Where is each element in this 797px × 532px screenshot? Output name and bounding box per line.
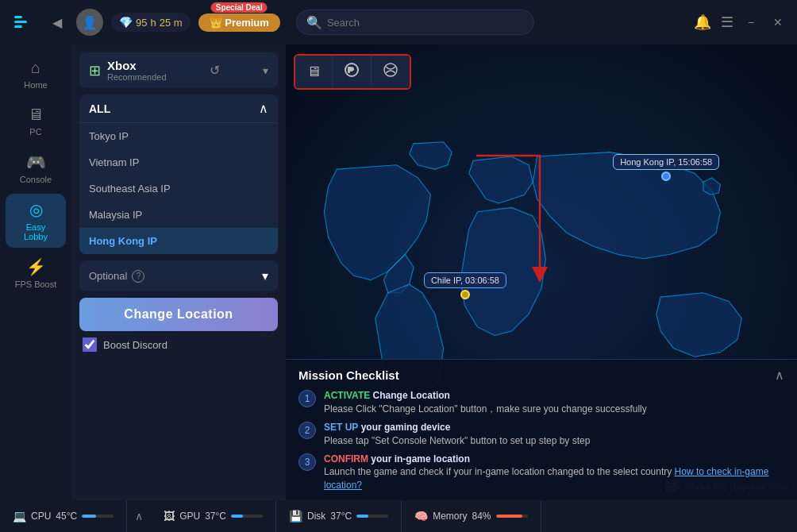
gem-icon: 💎 [119,16,133,29]
gems-display: 💎 95 h 25 m [111,13,191,32]
chile-pin: Chile IP, 03:06:58 [424,272,506,299]
server-name-vietnam: Vietnam IP [89,156,139,168]
server-name-hong-kong: Hong Kong IP [89,235,157,247]
mission-text-3: CONFIRM your in-game location Launch the… [324,453,784,492]
hong-kong-pin-label: Hong Kong IP, 15:06:58 [613,154,719,170]
gems-count: 95 [136,17,147,29]
easy-lobby-icon: ◎ [29,200,43,219]
gpu-label: GPU [179,511,200,522]
server-hong-kong[interactable]: Hong Kong IP [79,228,278,254]
disk-value: 37°C [330,511,352,522]
sidebar-item-label-fps-boost: FPS Boost [15,279,57,289]
notification-button[interactable]: 🔔 [694,13,711,31]
map-area: 🖥 [286,44,797,500]
xbox-platform-button[interactable] [372,56,410,88]
mission-panel: Mission Checklist ∧ 1 ACTIVATE Change Lo… [286,359,797,500]
monitor-icon: 🖥 [306,64,321,80]
server-tokyo[interactable]: Tokyo IP [79,123,278,149]
change-location-button[interactable]: Change Location [79,298,278,331]
avatar: 👤 [76,9,103,36]
mission-number-2: 2 [298,422,316,439]
sidebar-item-pc[interactable]: 🖥 PC [6,99,66,143]
pc-platform-button[interactable]: 🖥 [295,56,333,88]
playstation-platform-button[interactable] [333,56,372,88]
platform-chevron[interactable]: ▾ [263,64,268,77]
console-icon: 🎮 [26,152,46,172]
status-up-chevron[interactable]: ∧ [127,510,151,522]
mission-header: Mission Checklist ∧ [298,368,784,383]
home-icon: ⌂ [31,59,40,77]
sidebar-item-label-console: Console [20,175,52,184]
disk-fill [356,515,368,518]
optional-section: Optional ? ▾ [79,260,278,291]
server-malaysia[interactable]: Malaysia IP [79,202,278,228]
mission-text-1: ACTIVATE Change Location Please Click "C… [324,389,647,416]
mission-highlight-1: ACTIVATE [324,390,370,401]
close-button[interactable]: ✕ [768,14,787,30]
gpu-progress-bar [231,515,263,518]
mission-highlight-3: CONFIRM [324,453,368,465]
boost-discord-checkbox[interactable] [83,337,97,352]
sidebar-item-fps-boost[interactable]: ⚡ FPS Boost [6,251,66,295]
server-name-southeast-asia: Southeast Asia IP [89,183,171,195]
topbar: ◀ 👤 💎 95 h 25 m Special Deal 👑 Premium 🔍… [0,0,797,44]
server-southeast-asia[interactable]: Southeast Asia IP [79,175,278,202]
logo [10,8,38,37]
mission-item-2: 2 SET UP your gaming device Please tap "… [298,421,784,448]
optional-text: Optional [89,270,127,282]
server-list-chevron[interactable]: ∧ [259,101,268,116]
disk-status: 💾 Disk 37°C [276,500,402,532]
memory-icon: 🧠 [414,510,428,522]
statusbar: 💻 CPU 45°C ∧ 🖼 GPU 37°C 💾 Disk 37°C 🧠 Me… [0,500,797,532]
disk-icon: 💾 [289,510,302,522]
mission-action-1: Change Location [373,390,450,401]
search-input[interactable] [327,17,524,29]
mission-collapse-button[interactable]: ∧ [775,368,784,383]
all-label: ALL [89,102,110,115]
back-button[interactable]: ◀ [46,12,68,33]
mission-desc-3: Launch the game and check if your in-gam… [324,466,675,477]
sidebar-item-label-home: Home [24,80,47,90]
disk-label: Disk [307,511,325,522]
sidebar-item-console[interactable]: 🎮 Console [6,146,66,191]
server-name-malaysia: Malaysia IP [89,209,142,221]
disk-progress-bar [356,515,388,518]
minimize-button[interactable]: − [743,14,759,30]
gpu-value: 37°C [205,511,226,522]
mission-item-1: 1 ACTIVATE Change Location Please Click … [298,389,784,416]
crown-icon: 👑 [210,17,222,29]
mission-action-2: your gaming device [361,422,451,433]
platform-name: Xbox [107,59,167,72]
cpu-status: 💻 CPU 45°C [0,500,127,532]
menu-button[interactable]: ☰ [721,13,733,31]
server-name-tokyo: Tokyo IP [89,130,129,142]
refresh-button[interactable]: ↺ [210,63,220,78]
svg-rect-2 [14,25,22,28]
optional-help-button[interactable]: ? [132,270,144,283]
chile-pin-marker [460,290,470,299]
svg-point-4 [384,64,397,76]
server-list-header: ALL ∧ [79,94,278,123]
mission-number-1: 1 [298,390,316,407]
premium-button[interactable]: Special Deal 👑 Premium [198,13,280,32]
main-layout: ⌂ Home 🖥 PC 🎮 Console ◎ Easy Lobby ⚡ FPS… [0,44,797,500]
search-icon: 🔍 [306,15,322,30]
cpu-fill [82,515,96,518]
svg-rect-0 [14,16,22,18]
mission-action-3: your in-game location [371,453,470,465]
server-panel: ⊞ Xbox Recommended ↺ ▾ ALL ∧ Tokyo IP Vi… [71,44,286,500]
memory-value: 84% [472,511,491,522]
server-vietnam[interactable]: Vietnam IP [79,149,278,175]
svg-rect-1 [14,21,27,23]
search-bar[interactable]: 🔍 [296,10,534,35]
memory-status: 🧠 Memory 84% [402,500,541,532]
xbox-icon: ⊞ [89,62,101,79]
sidebar-item-home[interactable]: ⌂ Home [6,52,66,96]
optional-chevron[interactable]: ▾ [262,268,268,283]
special-deal-badge: Special Deal [211,2,268,13]
platform-header: ⊞ Xbox Recommended ↺ ▾ [79,52,278,88]
sidebar-item-easy-lobby[interactable]: ◎ Easy Lobby [6,194,66,248]
gpu-icon: 🖼 [164,510,175,522]
hong-kong-pin-marker [661,172,671,181]
mission-number-3: 3 [298,453,316,471]
